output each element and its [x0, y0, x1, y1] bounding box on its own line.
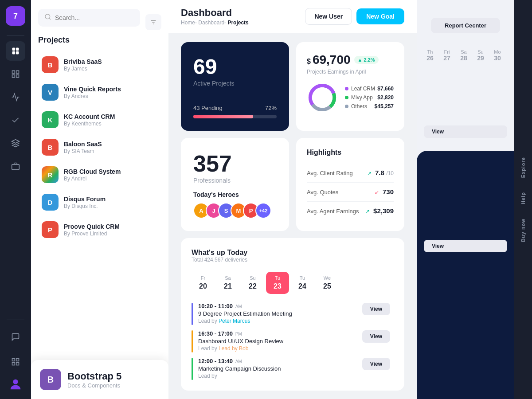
- project-icon-kc: K: [42, 111, 59, 128]
- list-item[interactable]: K KC Account CRM By Keenthemes: [38, 107, 161, 133]
- sidebar-icon-chart[interactable]: [6, 87, 25, 107]
- svg-rect-6: [12, 75, 15, 78]
- ext-day-28[interactable]: Sa 28: [456, 46, 472, 65]
- sidebar-icon-chat[interactable]: [6, 327, 25, 347]
- list-item[interactable]: R RGB Cloud System By Andrei: [38, 162, 161, 188]
- extended-cal-days: Th 26 Fri 27 Sa 28 Su 29 Mo 30: [422, 46, 509, 65]
- cal-day-24[interactable]: Tu 24: [291, 272, 314, 294]
- project-info-rgb: RGB Cloud System By Andrei: [64, 168, 121, 182]
- project-icon-proove: P: [42, 221, 59, 238]
- view-button-3[interactable]: View: [362, 358, 390, 370]
- content-area: Dashboard Home- Dashboard- Projects New …: [168, 0, 417, 399]
- sidebar-icon-layers[interactable]: [6, 133, 25, 153]
- calendar-days: Fr 20 Sa 21 Su 22 Tu 23: [192, 272, 394, 294]
- cal-day-22[interactable]: Su 22: [241, 272, 264, 294]
- sidebar-avatar[interactable]: 7: [6, 6, 25, 26]
- new-user-button[interactable]: New User: [305, 8, 352, 25]
- ext-day-name-27: Fri: [444, 49, 450, 55]
- donut-row: Leaf CRM $7,660 Mivy App $2,820 Others: [307, 82, 394, 113]
- svg-point-15: [45, 14, 50, 19]
- highlight-val-quotes: ↙ 730: [375, 188, 394, 196]
- filter-button[interactable]: [145, 14, 161, 30]
- bootstrap-label: Bootstrap 5: [67, 371, 121, 382]
- list-item[interactable]: B Briviba SaaS By James: [38, 52, 161, 78]
- sidebar-icon-user[interactable]: [8, 377, 23, 392]
- svg-rect-3: [16, 51, 19, 55]
- ext-day-30[interactable]: Mo 30: [489, 46, 505, 65]
- legend-val-mivy: $2,820: [377, 94, 394, 101]
- project-name-rgb: RGB Cloud System: [64, 168, 121, 175]
- rail-explore[interactable]: Explore: [517, 150, 529, 185]
- legend-dot-mivy: [345, 96, 348, 99]
- svg-rect-5: [16, 71, 19, 74]
- cal-day-21[interactable]: Sa 21: [216, 272, 239, 294]
- sidebar-icon-grid[interactable]: [6, 64, 25, 84]
- ext-day-name-30: Mo: [494, 49, 501, 55]
- ext-day-27[interactable]: Fri 27: [439, 46, 455, 65]
- cal-day-20[interactable]: Fr 20: [192, 272, 215, 294]
- svg-rect-13: [16, 363, 19, 365]
- list-item[interactable]: B Baloon SaaS By SIA Team: [38, 134, 161, 160]
- sidebar-icon-dashboard[interactable]: [6, 41, 25, 61]
- day-num-22: 22: [249, 282, 257, 290]
- project-info-disqus: Disqus Forum By Disqus Inc.: [64, 196, 106, 209]
- list-item[interactable]: D Disqus Forum By Disqus Inc.: [38, 189, 161, 215]
- arrow-up-icon-2: ↗: [365, 208, 370, 215]
- sidebar-icon-apps[interactable]: [6, 352, 25, 372]
- view-button-1[interactable]: View: [362, 303, 390, 315]
- event-line-3: [192, 358, 193, 380]
- extended-cal: Th 26 Fri 27 Sa 28 Su 29 Mo 30: [417, 42, 514, 65]
- badge-pct: 2.2%: [364, 57, 375, 63]
- sidebar-icon-check[interactable]: [6, 110, 25, 130]
- cal-day-25[interactable]: We 25: [316, 272, 339, 294]
- earnings-label: Projects Earnings in April: [307, 69, 394, 75]
- project-icon-vine: V: [42, 84, 59, 101]
- ext-day-num-28: 28: [460, 55, 467, 62]
- earnings-header: $ 69,700 ▲ 2.2%: [307, 53, 394, 67]
- rail-buy[interactable]: Buy now: [517, 211, 529, 249]
- ext-day-26[interactable]: Th 26: [422, 46, 438, 65]
- sidebar-divider-2: [7, 320, 24, 320]
- pending-label: 43 Pending: [193, 105, 223, 111]
- view-button-2[interactable]: View: [362, 330, 390, 343]
- main-wrapper: Dashboard Home- Dashboard- Projects New …: [168, 0, 532, 399]
- ext-day-29[interactable]: Su 29: [473, 46, 489, 65]
- day-name-21: Sa: [225, 275, 231, 281]
- right-view-btn-2[interactable]: View: [424, 240, 507, 252]
- deliveries-label: Total 424,567 deliveries: [192, 257, 247, 263]
- event-person-1: Peter Marcus: [219, 318, 250, 324]
- sidebar-icon-briefcase[interactable]: [6, 156, 25, 176]
- highlight-name-rating: Avg. Client Rating: [307, 170, 353, 176]
- breadcrumb-home: Home-: [181, 20, 197, 26]
- bootstrap-card[interactable]: B Bootstrap 5 Docs & Components: [31, 360, 168, 399]
- right-rail: Explore Help Buy now: [514, 0, 532, 399]
- highlight-name-earnings: Avg. Agent Earnings: [307, 208, 359, 215]
- rail-help[interactable]: Help: [517, 185, 529, 211]
- progress-bar-bg: [193, 115, 277, 118]
- highlight-row-earnings: Avg. Agent Earnings ↗ $2,309: [307, 202, 394, 220]
- event-detail-3: 12:00 - 13:40 AM Marketing Campaign Disc…: [198, 358, 281, 379]
- events-list: 10:20 - 11:00 AM 9 Degree Project Estima…: [192, 303, 394, 380]
- rating-value: 7.8: [375, 169, 384, 176]
- svg-rect-10: [12, 359, 15, 361]
- legend-name-leaf: Leaf CRM: [351, 86, 377, 92]
- event-time-3: 12:00 - 13:40 AM: [198, 358, 281, 364]
- project-name-proove: Proove Quick CRM: [64, 223, 120, 230]
- header-left: Dashboard Home- Dashboard- Projects: [181, 7, 249, 26]
- search-input[interactable]: [55, 14, 134, 21]
- new-goal-button[interactable]: New Goal: [356, 8, 404, 24]
- svg-rect-12: [12, 363, 15, 365]
- highlight-row-quotes: Avg. Quotes ↙ 730: [307, 183, 394, 202]
- right-view-btn-1[interactable]: View: [424, 125, 507, 138]
- legend-val-others: $45,257: [375, 103, 394, 110]
- active-projects-label: Active Projects: [193, 80, 277, 87]
- day-num-24: 24: [298, 282, 306, 290]
- report-center-button[interactable]: Report Cecnter: [431, 18, 500, 33]
- earnings-amount-row: $ 69,700: [307, 53, 351, 67]
- list-item[interactable]: P Proove Quick CRM By Proove Limited: [38, 217, 161, 243]
- highlight-val-earnings: ↗ $2,309: [365, 207, 394, 215]
- day-name-25: We: [324, 275, 331, 281]
- cal-day-23[interactable]: Tu 23: [266, 272, 289, 294]
- list-item[interactable]: V Vine Quick Reports By Andres: [38, 79, 161, 105]
- svg-marker-8: [12, 140, 20, 143]
